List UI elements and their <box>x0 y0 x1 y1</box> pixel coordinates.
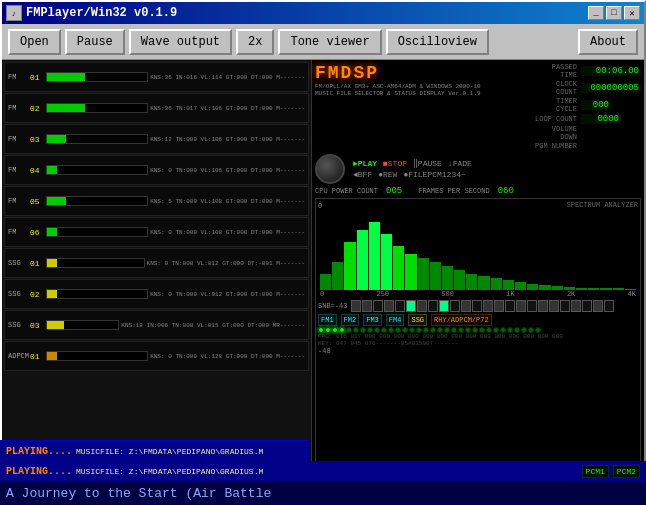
spectrum-bar <box>442 266 453 290</box>
snb-label: SNB=-43 <box>318 302 347 310</box>
pause-button[interactable]: Pause <box>65 29 125 55</box>
fmdsp-title-area: FMDSP FM/OPLL/AX GM3+ ASC-AM64/ADM & WIN… <box>315 63 481 97</box>
ch-num-label: 02 <box>30 290 44 299</box>
spectrum-bar <box>588 288 599 290</box>
midi-data-2: KEY: 047 045 076-------05#035007------- <box>318 340 638 347</box>
rew-button[interactable]: ●REW <box>378 170 397 179</box>
ch-type-label: FM <box>8 197 28 205</box>
spectrum-bar <box>564 287 575 290</box>
piano-key <box>505 300 515 312</box>
song-title-bar: A Journey to the Start (Air Battle <box>0 481 646 505</box>
2x-button[interactable]: 2x <box>236 29 274 55</box>
ch-bar <box>47 135 66 143</box>
about-button[interactable]: About <box>578 29 638 55</box>
bff-button[interactable]: ◄BFF <box>353 170 372 179</box>
pcm-indicators: PCM1 PCM2 <box>582 465 640 478</box>
ch-type-label: FM <box>8 104 28 112</box>
spectrum-bar <box>539 285 550 290</box>
piano-key <box>461 300 471 312</box>
spectrum-display <box>318 210 638 290</box>
spectrum-bar <box>613 288 624 290</box>
fmdsp-title: FMDSP <box>315 63 481 83</box>
spectrum-bar <box>625 289 636 290</box>
ch-bar <box>47 228 57 236</box>
ch-params: KNS: 0 TN:000 VL:106 GT:000 DT:000 M----… <box>150 167 305 174</box>
piano-key <box>439 300 449 312</box>
controls-area: ►PLAY ■STOP ‖PAUSE ↓FADE ◄BFF ●REW ●FILE… <box>353 159 472 179</box>
spectrum-bar <box>576 288 587 290</box>
ch-params: KNS: 5 TN:000 VL:108 GT:000 DT:000 M----… <box>150 198 305 205</box>
playing-path-bottom: MUSICFILE: Z:\FMDATA\PEDIPANO\GRADIUS.M <box>76 467 263 476</box>
playing-label-bottom: PLAYING.... <box>6 466 72 477</box>
spectrum-bar <box>393 246 404 290</box>
timer-cycle-value: 000 <box>581 100 611 110</box>
minimize-button[interactable]: _ <box>588 6 604 20</box>
maximize-button[interactable]: □ <box>606 6 622 20</box>
spectrum-bars-container <box>318 210 638 290</box>
ch-bar <box>47 197 66 205</box>
driver-controls-row: ►PLAY ■STOP ‖PAUSE ↓FADE ◄BFF ●REW ●FILE… <box>315 154 641 184</box>
piano-key <box>406 300 416 312</box>
fps-label: FRAMES PER SECOND <box>418 187 489 195</box>
spectrum-bar <box>357 230 368 290</box>
ch-num-label: 03 <box>30 135 44 144</box>
channel-strip: FM 03 KNS:12 TN:000 VL:106 GT:000 DT:000… <box>4 124 309 154</box>
timer-cycle-label: TIMER CYCLE <box>532 97 577 113</box>
main-content: FM 01 KNS:36 IN:016 VL:114 GT:000 DT:000… <box>2 60 644 505</box>
window-icon: ♪ <box>6 5 22 21</box>
piano-key <box>593 300 603 312</box>
ch-num-label: 03 <box>30 321 44 330</box>
loop-count-label: LOOP COUNT <box>532 115 577 123</box>
piano-keys <box>351 300 638 312</box>
channel-labels: FM1FM2FM3FM4SSGRHY/ADPCM/P72 <box>318 314 638 326</box>
piano-key <box>560 300 570 312</box>
freq-labels: 02505001K2K4K <box>318 290 638 298</box>
piano-key <box>483 300 493 312</box>
wave-output-button[interactable]: Wave output <box>129 29 232 55</box>
pause-ctrl-button[interactable]: ‖PAUSE <box>413 159 442 168</box>
channel-strip: FM 02 KNS:36 TN:017 VL:106 GT:000 DT:000… <box>4 93 309 123</box>
filepcm-button[interactable]: ●FILEPCM1234~ <box>403 170 465 179</box>
ssg-channel-label: SSG <box>408 314 427 326</box>
stop-button[interactable]: ■STOP <box>383 159 407 168</box>
play-button[interactable]: ►PLAY <box>353 159 377 168</box>
pcm2-indicator: PCM2 <box>613 465 640 478</box>
spectrum-bar <box>332 262 343 290</box>
piano-key <box>395 300 405 312</box>
spectrum-section: 0 SPECTRUM ANALYZER 02505001K2K4K SNB=-4… <box>315 198 641 504</box>
close-button[interactable]: ✕ <box>624 6 640 20</box>
volume-down-row: VOLUME DOWN <box>532 125 641 141</box>
piano-key <box>527 300 537 312</box>
knob[interactable] <box>315 154 345 184</box>
volume-down-label: VOLUME DOWN <box>532 125 577 141</box>
spectrum-bar <box>418 258 429 290</box>
db-bottom-label: -48 <box>318 347 331 355</box>
ch-type-label: FM <box>8 135 28 143</box>
fm-channel-label: FM2 <box>341 314 360 326</box>
freq-label: 4K <box>628 290 636 298</box>
oscilloview-button[interactable]: Oscilloview <box>386 29 489 55</box>
ch-bar-container <box>46 227 148 237</box>
ch-type-label: SSG <box>8 290 28 298</box>
ch-params: KNS:12 TN:000 VL:106 GT:000 DT:000 M----… <box>150 136 305 143</box>
channel-strip: ADPCM 01 KNS: 0 TN:000 VL:128 GT:000 DT:… <box>4 341 309 371</box>
rhythm-channel-label: RHY/ADPCM/P72 <box>431 314 492 326</box>
spectrum-bar <box>503 280 514 290</box>
channel-strip: FM 05 KNS: 5 TN:000 VL:108 GT:000 DT:000… <box>4 186 309 216</box>
piano-row: SNB=-43 <box>318 300 638 312</box>
clock-count-value: 000000005 <box>581 83 641 93</box>
passed-time-label: PASSED TIME <box>532 63 577 79</box>
spectrum-bar <box>478 276 489 290</box>
tone-viewer-button[interactable]: Tone viewer <box>278 29 381 55</box>
title-bar: ♪ FMPlayer/Win32 v0.1.9 _ □ ✕ <box>2 2 644 24</box>
ch-bar <box>47 321 64 329</box>
channel-strip: SSG 03 KNS:18 IN:006 TN:000 VL:015 GT:00… <box>4 310 309 340</box>
fmdsp-stats: PASSED TIME 00:06.00 CLOCK COUNT 0000000… <box>532 63 641 150</box>
channel-strip: FM 01 KNS:36 IN:016 VL:114 GT:000 DT:000… <box>4 62 309 92</box>
pgm-number-label: PGM NUMBER <box>532 142 577 150</box>
fade-button[interactable]: ↓FADE <box>448 159 472 168</box>
open-button[interactable]: Open <box>8 29 61 55</box>
ch-type-label: SSG <box>8 321 28 329</box>
ch-num-label: 04 <box>30 166 44 175</box>
db-bottom: -48 <box>318 347 638 355</box>
